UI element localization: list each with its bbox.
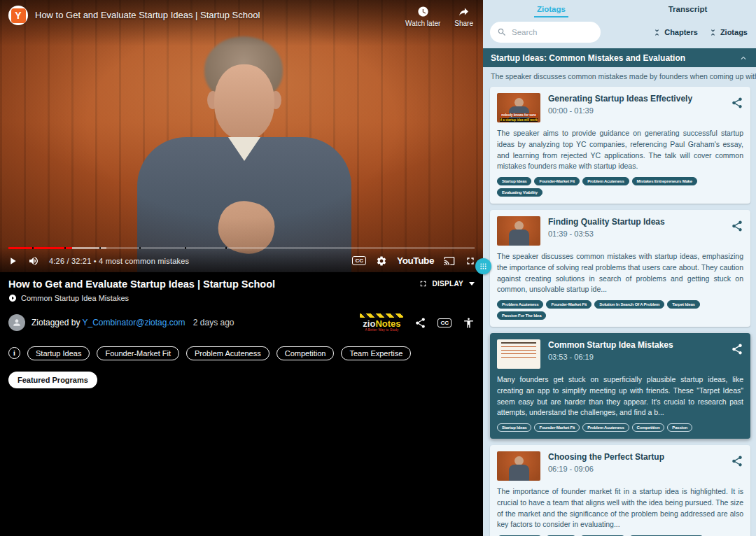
- chapter-marker: [99, 247, 101, 249]
- channel-avatar[interactable]: Y: [8, 6, 28, 25]
- ziotag-pill[interactable]: Startup Ideas: [497, 177, 531, 185]
- tab-transcript[interactable]: Transcript: [620, 3, 756, 17]
- video-info-panel: How to Get and Evaluate Startup Ideas | …: [0, 272, 483, 536]
- ziotag-pill[interactable]: Founder-Market Fit: [534, 177, 580, 185]
- collapse-chapters-button[interactable]: Chapters: [652, 28, 698, 37]
- ziotag-pill[interactable]: Problem Acuteness: [582, 423, 629, 432]
- ziotag-pill[interactable]: Founder-Market Fit: [534, 423, 580, 432]
- collapse-ziotags-button[interactable]: Ziotags: [708, 28, 748, 37]
- unfold-less-icon: [708, 28, 718, 37]
- ziotag-pill[interactable]: Passion For The Idea: [497, 311, 546, 320]
- featured-programs-button[interactable]: Featured Programs: [8, 372, 97, 388]
- chapter-thumbnail[interactable]: [497, 339, 540, 369]
- settings-gear-icon[interactable]: [376, 255, 387, 267]
- chapter-thumbnail[interactable]: [497, 451, 540, 481]
- play-button[interactable]: [7, 255, 18, 267]
- video-tag-pill[interactable]: Competition: [276, 346, 335, 360]
- chapter-title[interactable]: Generating Startup Ideas Effectively: [548, 94, 723, 104]
- chapter-thumbnail[interactable]: nobody knows for sure if a startup idea …: [497, 93, 540, 122]
- app-root: Y How to Get and Evaluate Startup Ideas …: [0, 0, 756, 536]
- chapter-card[interactable]: Finding Quality Startup Ideas 01:39 - 03…: [490, 210, 750, 327]
- video-tag-pill[interactable]: Team Expertise: [341, 346, 411, 360]
- ziotag-pill[interactable]: Competition: [632, 423, 665, 432]
- youtube-logo[interactable]: YouTube: [397, 255, 434, 266]
- share-nodes-icon[interactable]: [731, 220, 743, 232]
- person-icon: [12, 318, 22, 327]
- speaker-illustration: [207, 91, 218, 109]
- chapter-time-range: 06:19 - 09:06: [548, 465, 723, 473]
- info-icon[interactable]: i: [8, 347, 20, 359]
- ziotag-pill[interactable]: Evaluating Viability: [497, 188, 542, 197]
- search-input[interactable]: [512, 28, 594, 36]
- ziotag-pill[interactable]: Startup Ideas: [497, 423, 531, 432]
- chapter-time-range: 00:00 - 01:39: [548, 106, 723, 115]
- uploader-email-link[interactable]: Y_Combinator@ziotag.com: [83, 318, 186, 327]
- share-nodes-icon[interactable]: [731, 343, 743, 355]
- drag-dots-icon: [479, 262, 487, 270]
- chapter-tag-list: Startup IdeasFounder-Market FitProblem A…: [497, 177, 743, 197]
- chapter-description: The speaker discusses common mistakes wi…: [497, 251, 743, 295]
- time-display: 4:26 / 32:21 • 4 most common mistakes: [49, 257, 189, 265]
- ziotag-pill[interactable]: Passion: [667, 423, 692, 432]
- chapter-marker: [32, 247, 34, 249]
- chapter-time-range: 03:53 - 06:19: [548, 353, 723, 361]
- share-arrow-icon: [458, 6, 470, 17]
- progress-bar[interactable]: [8, 247, 475, 249]
- zionotes-logo[interactable]: zioNotes A Better Way to Study: [360, 313, 403, 332]
- display-label: DISPLAY: [432, 280, 463, 288]
- chapter-title[interactable]: Choosing the Perfect Startup: [548, 452, 723, 462]
- display-dropdown[interactable]: DISPLAY: [419, 279, 475, 288]
- ziotag-pill[interactable]: Tarpet Ideas: [667, 300, 700, 309]
- share-nodes-icon[interactable]: [414, 317, 426, 329]
- chapter-title[interactable]: Common Startup Idea Mistakes: [548, 340, 723, 350]
- chapter-title[interactable]: Finding Quality Startup Ideas: [548, 217, 723, 227]
- video-tag-pill[interactable]: Startup Ideas: [27, 346, 90, 360]
- ziotag-pill[interactable]: Problem Acuteness: [497, 300, 543, 309]
- captions-button[interactable]: CC: [352, 256, 366, 265]
- video-tag-pill[interactable]: Founder-Market Fit: [97, 346, 179, 360]
- ziotags-sidebar: Ziotags Transcript Chapters Ziotags: [483, 0, 756, 536]
- current-chapter-row[interactable]: Common Startup Idea Mistakes: [8, 294, 475, 302]
- ziotag-pill[interactable]: Problem Acuteness: [582, 177, 629, 185]
- chapter-card[interactable]: nobody knows for sure if a startup idea …: [490, 87, 750, 204]
- ziotag-pill[interactable]: Mistakes Entrepreneurs Make: [632, 177, 697, 185]
- chapter-card-list: nobody knows for sure if a startup idea …: [483, 85, 756, 536]
- volume-icon[interactable]: [28, 255, 39, 267]
- watch-later-button[interactable]: Watch later: [405, 6, 440, 46]
- chapter-tag-list: Problem AcutenessFounder-Market FitSolut…: [497, 300, 743, 320]
- tab-ziotags[interactable]: Ziotags: [483, 3, 620, 17]
- yc-logo: Y: [11, 8, 26, 23]
- chapter-card[interactable]: Choosing the Perfect Startup 06:19 - 09:…: [490, 445, 750, 536]
- speaker-illustration: [228, 137, 260, 161]
- video-top-overlay: Y How to Get and Evaluate Startup Ideas …: [0, 0, 483, 46]
- section-header[interactable]: Startup Ideas: Common Mistakes and Evalu…: [483, 48, 756, 67]
- chapter-thumbnail[interactable]: [497, 216, 540, 246]
- chevron-up-icon[interactable]: [738, 53, 748, 63]
- speaker-illustration: [204, 36, 283, 103]
- chapter-description: Many founders get stuck on superficially…: [497, 374, 743, 418]
- panel-drag-handle[interactable]: [475, 258, 491, 274]
- share-nodes-icon[interactable]: [731, 455, 743, 467]
- speaker-illustration: [214, 64, 274, 140]
- chapter-card[interactable]: Common Startup Idea Mistakes 03:53 - 06:…: [490, 333, 750, 439]
- ziotag-pill[interactable]: Solution In Search Of A Problem: [594, 300, 664, 309]
- share-button[interactable]: Share: [454, 6, 473, 46]
- video-frame[interactable]: Y How to Get and Evaluate Startup Ideas …: [0, 0, 483, 272]
- player-controls: 4:26 / 32:21 • 4 most common mistakes CC…: [0, 247, 483, 272]
- accessibility-icon[interactable]: [463, 317, 475, 329]
- chapter-marker: [225, 247, 227, 249]
- cc-toggle[interactable]: CC: [438, 318, 451, 327]
- video-tag-pill[interactable]: Problem Acuteness: [186, 346, 270, 360]
- video-tags-row: i Startup IdeasFounder-Market FitProblem…: [8, 346, 475, 360]
- search-box[interactable]: [490, 22, 601, 43]
- video-overlay-title[interactable]: How to Get and Evaluate Startup Ideas | …: [35, 10, 260, 46]
- ziotag-pill[interactable]: Founder-Market Fit: [546, 300, 592, 309]
- thumb-caption: nobody knows for sure: [500, 113, 538, 117]
- chapter-marker: [185, 247, 186, 249]
- fullscreen-icon[interactable]: [465, 255, 476, 267]
- video-title: How to Get and Evaluate Startup Ideas | …: [8, 278, 275, 290]
- zionotes-tagline: A Better Way to Study: [365, 329, 398, 332]
- cast-icon[interactable]: [444, 255, 455, 267]
- share-nodes-icon[interactable]: [731, 97, 743, 109]
- uploader-avatar[interactable]: [8, 314, 25, 331]
